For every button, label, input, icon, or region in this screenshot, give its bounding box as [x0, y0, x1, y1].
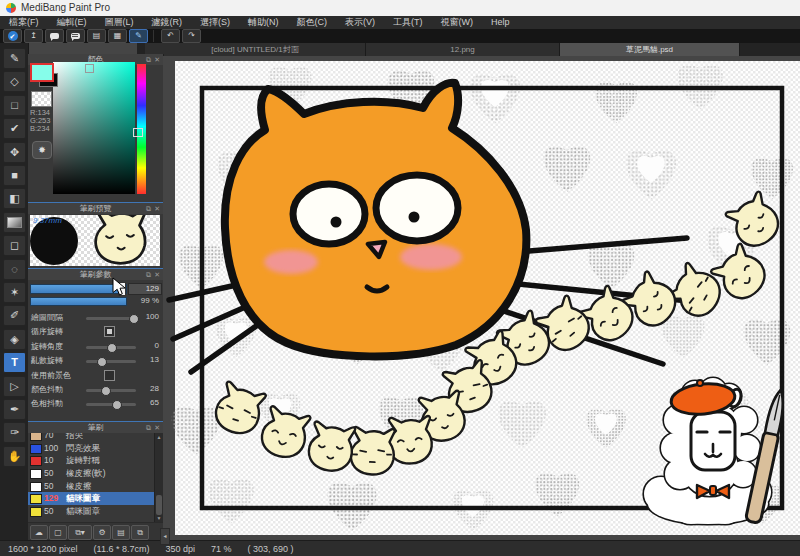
panel-collapse-button[interactable]: ◄ [160, 528, 170, 545]
operation-tool[interactable]: ▷ [3, 376, 26, 397]
canvas-settings-button[interactable]: ▦ [108, 29, 127, 43]
menu-item-file[interactable]: 檔案(F) [0, 16, 48, 29]
brush-row[interactable]: 70指尖 [28, 433, 154, 442]
menu-item-filter[interactable]: 濾鏡(R) [143, 16, 192, 29]
saturation-value-picker[interactable] [53, 62, 135, 194]
brush-row[interactable]: 129貓咪圖章 [28, 492, 154, 505]
brush-script-button[interactable]: ⚙ [93, 525, 111, 540]
tab-2-active[interactable]: 草泥馬貓.psd [560, 43, 740, 56]
comment-button[interactable] [45, 29, 64, 43]
brush-folder-button[interactable]: ▤ [112, 525, 130, 540]
fill-shape-icon: ■ [11, 170, 18, 181]
close-icon[interactable]: ✕ [154, 203, 160, 214]
menu-item-select[interactable]: 選擇(S) [191, 16, 239, 29]
brush-tool[interactable]: ✎ [3, 48, 26, 69]
menu-item-help[interactable]: Help [482, 16, 519, 29]
popout-icon[interactable]: ⧉ [146, 422, 151, 433]
hue-marker[interactable] [133, 128, 143, 137]
snap-icon: ✔ [10, 123, 19, 134]
param-label: 亂數旋轉 [31, 355, 63, 366]
export-button[interactable]: ↥ [24, 29, 43, 43]
menu-item-color[interactable]: 顏色(C) [288, 16, 337, 29]
canvas-drawing[interactable] [163, 56, 800, 540]
popout-icon[interactable]: ⧉ [146, 269, 151, 280]
menu-item-tool[interactable]: 工具(T) [384, 16, 432, 29]
popout-icon[interactable]: ⧉ [146, 203, 151, 214]
snap-tool[interactable]: ✔ [3, 118, 26, 139]
redo-button[interactable]: ↷ [182, 29, 201, 43]
transparent-color-swatch[interactable] [31, 91, 52, 107]
side-panels: 顏色 ⧉ ✕ R:134 G:253 B:234 ✸ 筆刷預覽 ⧉ ✕ 9.37… [28, 54, 164, 540]
sv-cursor[interactable] [85, 64, 94, 73]
menu-item-edit[interactable]: 編輯(E) [48, 16, 96, 29]
brush-name: 指尖 [66, 433, 83, 442]
eraser-tool[interactable]: ◇ [3, 71, 26, 92]
main-toolbar: ✔↥▤▦✎↶↷ [0, 29, 800, 43]
lasso-select-icon: ◌ [11, 264, 18, 275]
undo-button[interactable]: ↶ [161, 29, 180, 43]
close-icon[interactable]: ✕ [154, 422, 160, 433]
add-brush-button[interactable]: ▢ [49, 525, 67, 540]
param-slider-knob[interactable] [101, 386, 111, 396]
menu-item-window[interactable]: 視窗(W) [432, 16, 483, 29]
menu-item-view[interactable]: 表示(V) [336, 16, 384, 29]
brush-row[interactable]: 10旋轉對稱 [28, 454, 154, 467]
popout-icon[interactable]: ⧉ [146, 54, 151, 65]
close-icon[interactable]: ✕ [154, 269, 160, 280]
marquee-select-tool[interactable]: ◻ [3, 235, 26, 256]
foreground-color-swatch[interactable] [30, 63, 54, 82]
move-tool[interactable]: ✥ [3, 142, 26, 163]
brush-row[interactable]: 100閃亮效果 [28, 442, 154, 455]
brush-size: 70 [44, 433, 53, 440]
select-eraser-icon: ◈ [10, 334, 18, 345]
canvas-viewport[interactable] [163, 56, 800, 540]
new-canvas-button[interactable]: ▤ [87, 29, 106, 43]
scroll-down-icon[interactable]: ▼ [155, 514, 163, 522]
menu-item-layer[interactable]: 圖層(L) [96, 16, 143, 29]
text-tool[interactable]: T [3, 352, 26, 373]
tab-1[interactable]: 12.png [366, 43, 560, 56]
brush-row[interactable]: 50貓咪圖章 [28, 505, 154, 518]
duplicate-brush-button[interactable]: ⧉▾ [68, 525, 92, 540]
copy-brush-button[interactable]: ⧉ [131, 525, 149, 540]
param-slider[interactable] [86, 389, 136, 392]
param-checkbox[interactable] [104, 370, 115, 381]
tab-0[interactable]: [cloud] UNTITLED/1封面 [145, 43, 366, 56]
eyedropper-tool[interactable]: ✑ [3, 422, 26, 443]
param-slider-knob[interactable] [107, 343, 117, 353]
grid-pencil-button[interactable]: ✎ [129, 29, 148, 43]
param-slider-knob[interactable] [112, 400, 122, 410]
menu-item-assist[interactable]: 輔助(N) [239, 16, 288, 29]
brush-preview-title: 筆刷預覽 [28, 203, 163, 214]
brush-list-scrollbar[interactable]: ▲ ▼ [154, 433, 163, 522]
brush-row[interactable]: 50橡皮擦 [28, 480, 154, 493]
magic-wand-tool[interactable]: ✶ [3, 282, 26, 303]
close-icon[interactable]: ✕ [154, 54, 160, 65]
scrollbar-thumb[interactable] [156, 495, 162, 515]
cloud-brush-button[interactable]: ☁ [30, 525, 48, 540]
brush-row[interactable]: 50橡皮擦(軟) [28, 467, 154, 480]
param-checkbox[interactable] [104, 326, 115, 337]
control-pen-tool[interactable]: ✒ [3, 399, 26, 420]
palette-icon[interactable]: ✸ [32, 141, 52, 159]
gradient-tool[interactable] [3, 212, 26, 233]
select-eraser-tool[interactable]: ◈ [3, 329, 26, 350]
lasso-select-tool[interactable]: ◌ [3, 259, 26, 280]
cloud-save-button[interactable]: ✔ [3, 29, 22, 43]
shape-brush-tool[interactable]: □ [3, 95, 26, 116]
fill-shape-tool[interactable]: ■ [3, 165, 26, 186]
hand-tool[interactable]: ✋ [3, 446, 26, 467]
bucket-tool[interactable]: ◧ [3, 188, 26, 209]
param-slider-knob[interactable] [97, 357, 107, 367]
scroll-up-icon[interactable]: ▲ [155, 433, 163, 441]
brush-opacity-slider[interactable] [30, 297, 127, 306]
param-slider[interactable] [86, 360, 136, 363]
param-slider[interactable] [86, 317, 136, 320]
medibang-paint-window: MediBang Paint Pro 檔案(F)編輯(E)圖層(L)濾鏡(R)選… [0, 0, 800, 556]
param-slider[interactable] [86, 346, 136, 349]
brush-size: 50 [44, 481, 53, 491]
select-pen-tool[interactable]: ✐ [3, 305, 26, 326]
select-pen-icon: ✐ [10, 310, 19, 321]
chat-button[interactable] [66, 29, 85, 43]
param-slider[interactable] [86, 403, 136, 406]
